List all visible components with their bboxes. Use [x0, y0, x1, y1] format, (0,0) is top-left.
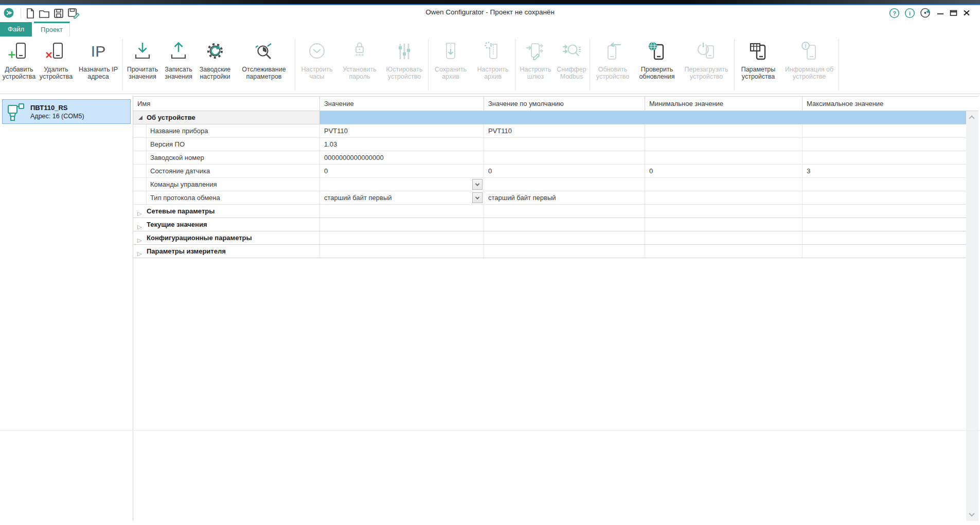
toolbar-separator	[295, 39, 295, 90]
adjust-device-button[interactable]: Юстировать устройство	[382, 37, 427, 94]
max-cell	[802, 191, 966, 204]
value-cell[interactable]	[319, 178, 484, 191]
value-cell[interactable]: 0000000000000000	[319, 151, 484, 164]
group-row-measurer-params[interactable]: ▷Параметры измерителя	[133, 245, 978, 258]
write-values-button[interactable]: Записать значения	[161, 37, 196, 94]
value-cell[interactable]: 1.03	[319, 138, 484, 151]
group-row-configuration-params[interactable]: ▷Конфигурационные параметры	[133, 231, 978, 245]
default-cell: 0	[484, 165, 645, 177]
value-cell[interactable]: 0	[319, 165, 484, 177]
group-row-about-device[interactable]: Об устройстве	[133, 111, 978, 124]
gateway-icon	[524, 40, 547, 64]
check-updates-button[interactable]: Проверить обновления	[634, 37, 680, 94]
expand-expander-icon[interactable]: ▷	[137, 247, 141, 258]
svg-text:i: i	[909, 10, 911, 16]
min-cell	[645, 151, 802, 164]
device-params-button[interactable]: Параметры устройства	[736, 37, 781, 94]
monitor-params-button[interactable]: Отслеживание параметров	[234, 37, 294, 94]
configure-archive-icon	[482, 40, 504, 64]
default-cell	[484, 178, 645, 191]
param-row-firmware-version[interactable]: Версия ПО 1.03	[133, 138, 978, 151]
param-row-serial-number[interactable]: Заводской номер 0000000000000000	[133, 151, 978, 165]
column-header-name[interactable]: Имя	[133, 97, 319, 111]
expand-expander-icon[interactable]: ▷	[137, 234, 141, 244]
close-icon[interactable]	[963, 8, 971, 20]
value-cell[interactable]: PVT110	[319, 124, 484, 137]
save-archive-button[interactable]: Сохранить архив	[430, 37, 472, 94]
configure-archive-button[interactable]: Настроить архив	[472, 37, 514, 94]
max-cell: 3	[802, 165, 966, 177]
column-header-min[interactable]: Минимальное значение	[645, 97, 802, 111]
write-values-icon	[167, 40, 190, 64]
group-row-network-params[interactable]: ▷Сетевые параметры	[133, 205, 978, 218]
group-row-current-values[interactable]: ▷Текущие значения	[133, 218, 978, 231]
save-archive-icon	[439, 40, 462, 64]
set-password-button[interactable]: *** Установить пароль	[337, 37, 382, 94]
check-update-icon[interactable]	[920, 7, 932, 21]
new-project-icon[interactable]	[25, 8, 36, 19]
maximize-icon[interactable]	[949, 8, 958, 20]
dropdown-button[interactable]	[472, 192, 483, 203]
factory-settings-button[interactable]: Заводские настройки	[196, 37, 234, 94]
info-icon[interactable]: i	[904, 8, 915, 21]
column-header-value[interactable]: Значение	[319, 97, 484, 111]
collapse-expander-icon[interactable]	[138, 116, 142, 120]
device-address: Адрес: 16 (COM5)	[30, 113, 84, 120]
help-icon[interactable]: ?	[889, 8, 900, 21]
default-cell: старший байт первый	[484, 191, 645, 204]
param-row-sensor-state[interactable]: Состояние датчика 0 0 0 3	[133, 165, 978, 178]
vertical-scrollbar[interactable]	[966, 111, 978, 521]
titlebar-controls: ? i	[889, 7, 971, 21]
read-values-icon	[131, 40, 154, 64]
scroll-up-icon[interactable]	[969, 115, 974, 121]
tab-project[interactable]: Проект	[34, 22, 70, 37]
toolbar-separator	[839, 39, 839, 90]
main-area: ПВТ110_RS Адрес: 16 (COM5) Имя Значение …	[0, 94, 980, 525]
modbus-sniffer-icon	[560, 40, 583, 64]
device-params-icon	[747, 40, 770, 64]
update-device-button[interactable]: Обновить устройство	[591, 37, 634, 94]
quick-access-toolbar	[3, 7, 83, 19]
set-clock-button[interactable]: Настроить часы	[296, 37, 337, 94]
password-lock-icon: ***	[348, 40, 371, 64]
toolbar: Добавить устройства Удалить устройства I…	[0, 37, 980, 94]
expand-expander-icon[interactable]: ▷	[137, 221, 141, 231]
max-cell	[802, 138, 966, 151]
column-header-max[interactable]: Максимальное значение	[802, 97, 966, 111]
device-info-button[interactable]: i Информация об устройстве	[781, 37, 838, 94]
scroll-down-icon[interactable]	[969, 511, 974, 516]
default-cell: PVT110	[484, 124, 645, 137]
add-device-icon	[8, 40, 30, 64]
min-cell	[645, 124, 802, 137]
default-cell	[484, 151, 645, 164]
save-as-icon[interactable]	[67, 7, 80, 19]
read-values-button[interactable]: Прочитать значения	[124, 37, 161, 94]
open-project-icon[interactable]	[39, 8, 50, 19]
dropdown-button[interactable]	[472, 179, 483, 190]
delete-devices-button[interactable]: Удалить устройства	[37, 37, 75, 94]
svg-text:?: ?	[893, 10, 896, 16]
expand-expander-icon[interactable]: ▷	[137, 207, 141, 218]
titlebar: Owen Configurator - Проект не сохранён ?…	[0, 5, 980, 22]
modbus-sniffer-button[interactable]: Сниффер Modbus	[555, 37, 589, 94]
column-header-default[interactable]: Значение по умолчанию	[484, 97, 645, 111]
param-row-protocol-type[interactable]: Тип протокола обмена старший байт первый…	[133, 191, 978, 205]
configure-gateway-button[interactable]: Настроить шлюз	[516, 37, 555, 94]
tab-file[interactable]: Файл	[0, 22, 32, 37]
svg-text:i: i	[805, 43, 807, 49]
toolbar-separator	[590, 39, 590, 90]
add-devices-button[interactable]: Добавить устройства	[1, 37, 37, 94]
assign-ip-button[interactable]: IP Назначить IP адреса	[75, 37, 121, 94]
owen-logo-icon	[3, 7, 15, 19]
param-row-device-name[interactable]: Название прибора PVT110 PVT110	[133, 124, 978, 138]
save-project-icon[interactable]	[53, 8, 64, 19]
device-item[interactable]: ПВТ110_RS Адрес: 16 (COM5)	[2, 99, 131, 124]
param-row-control-commands[interactable]: Команды управления	[133, 178, 978, 191]
device-name: ПВТ110_RS	[30, 104, 84, 112]
reboot-device-button[interactable]: Перезагрузить устройство	[680, 37, 733, 94]
svg-text:***: ***	[355, 51, 364, 60]
value-cell[interactable]: старший байт первый	[319, 191, 484, 204]
window-top-edge	[0, 0, 980, 4]
minimize-icon[interactable]	[936, 8, 945, 20]
chevron-down-icon	[475, 182, 479, 186]
